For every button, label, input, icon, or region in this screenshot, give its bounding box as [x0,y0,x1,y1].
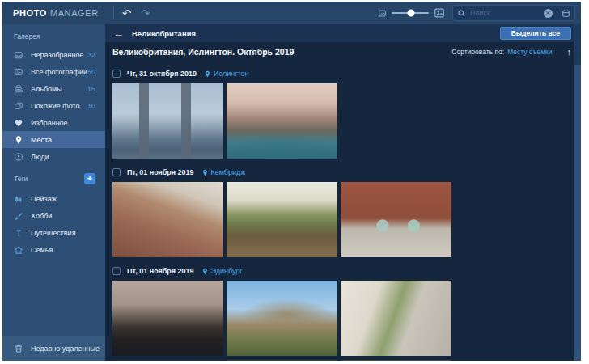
sidebar-item-favorites[interactable]: Избранное [2,114,105,131]
photo-thumbnail[interactable] [112,281,223,356]
sidebar-tag-family[interactable]: Семья [2,241,105,258]
sidebar-item-all-photos[interactable]: Все фотографии 50 [2,63,105,80]
photo-thumbnail[interactable] [341,182,451,257]
back-icon[interactable]: ← [113,28,124,39]
photo-thumbnail[interactable] [227,182,337,257]
sidebar-item-label: Похожие фото [31,102,87,110]
sidebar-item-label: Все фотографии [31,68,87,76]
item-count: 15 [87,85,95,93]
add-tag-button[interactable]: + [84,173,95,184]
group-date: Пт, 01 ноября 2019 [127,168,194,176]
group-date: Пт, 01 ноября 2019 [127,267,194,275]
sidebar-tag-landscape[interactable]: Пейзаж [2,190,105,207]
location-pin-icon [204,70,211,78]
group-header: Чт, 31 октября 2019 Ислингтон [112,68,581,79]
app-logo: PHOTO MANAGER [2,8,105,18]
group-header: Пт, 01 ноября 2019 Эдинбург [112,265,581,277]
group-checkbox[interactable] [112,168,121,176]
group-checkbox[interactable] [112,70,121,78]
location-pin-icon [14,135,23,145]
photo-row [112,281,581,356]
tags-section-header: Теги + [2,165,105,190]
sort-by-value[interactable]: Месту съемки [507,48,552,56]
clear-search-icon[interactable]: × [544,9,553,18]
photos-icon [14,67,23,77]
trash-icon [14,344,23,353]
page-heading: Великобритания, Ислингтон. Октябрь 2019 [112,47,294,57]
search-input[interactable] [470,9,544,17]
location-pin-icon [201,169,209,176]
topbar-divider [113,6,114,19]
photo-row [112,182,581,257]
scrollbar-track[interactable] [574,24,581,361]
recently-deleted-label: Недавно удаленные [31,345,100,353]
group-location[interactable]: Кембридж [211,168,246,176]
searchbox-divider [557,7,557,19]
slider-thumb[interactable] [407,10,414,17]
logo-bold: PHOTO [13,8,47,18]
sidebar-item-label: Путешествия [31,229,95,237]
photo-thumbnail[interactable] [112,360,223,361]
sort-direction-icon[interactable]: ↑ [567,47,572,57]
search-box: × [452,5,575,21]
photo-thumbnail[interactable] [112,83,223,159]
sidebar-item-label: Пейзаж [31,195,95,203]
large-thumbnail-icon [434,7,445,19]
photo-thumbnail[interactable] [341,360,451,361]
house-icon [14,245,23,255]
sidebar-item-label: Неразобранное [31,51,87,59]
gallery-section-label: Галерея [2,24,105,46]
photo-manager-window: PHOTO MANAGER ↶ ↷ [2,2,581,361]
sidebar-item-label: Семья [31,246,95,254]
thumbnail-size-slider[interactable] [392,12,429,14]
redo-icon[interactable]: ↷ [141,8,150,19]
group-header: Пт, 01 ноября 2019 Кембридж [112,167,581,178]
sidebar-item-label: Места [31,136,95,144]
albums-icon [14,84,23,94]
small-thumbnail-icon [378,9,387,18]
scrollbar-thumb[interactable] [574,65,581,361]
group-checkbox[interactable] [112,267,121,275]
person-icon [14,152,23,162]
undo-icon[interactable]: ↶ [122,8,131,19]
tags-section-label: Теги [14,175,28,183]
location-pin-icon [201,268,209,275]
landscape-trees-icon [14,194,23,204]
photo-thumbnail[interactable] [341,281,451,356]
thumbnail-size-control [378,7,445,19]
photo-thumbnail[interactable] [227,281,337,356]
group-location[interactable]: Ислингтон [214,70,249,78]
recently-deleted[interactable]: Недавно удаленные [2,336,105,361]
group-location[interactable]: Эдинбург [211,267,243,275]
sidebar-item-label: Хобби [31,212,95,220]
calendar-icon[interactable] [561,9,570,18]
sidebar-item-people[interactable]: Люди [2,148,105,165]
heading-row: Великобритания, Ислингтон. Октябрь 2019 … [105,42,581,61]
logo-light: MANAGER [50,8,99,18]
sidebar-item-label: Избранное [31,119,95,127]
photo-thumbnail[interactable] [112,182,223,257]
select-all-button[interactable]: Выделить все [500,27,571,40]
palm-tree-icon [14,228,23,238]
collection-title: Великобритания [132,29,196,38]
sidebar-item-unsorted[interactable]: Неразобранное 32 [2,46,105,63]
main-content: ← Великобритания Выделить все Великобрит… [105,24,581,361]
similar-photos-icon [14,101,23,111]
item-count: 10 [87,102,95,110]
sidebar-item-albums[interactable]: Альбомы 15 [2,80,105,97]
sort-by-label: Сортировать по: [451,48,504,56]
sidebar-tag-hobby[interactable]: Хобби [2,207,105,224]
sidebar-tag-travel[interactable]: Путешествия [2,224,105,241]
sidebar-item-places[interactable]: Места [2,131,105,148]
sidebar-item-label: Люди [31,153,95,161]
sidebar: Галерея Неразобранное 32 Все фотографии … [2,24,105,361]
top-bar: PHOTO MANAGER ↶ ↷ [2,2,581,24]
photo-row-partial [112,360,581,361]
photo-thumbnail[interactable] [227,360,337,361]
sidebar-item-similar[interactable]: Похожие фото 10 [2,97,105,114]
heart-icon [14,118,23,128]
item-count: 32 [87,51,95,59]
group-date: Чт, 31 октября 2019 [127,70,197,78]
content-toolbar: ← Великобритания Выделить все [105,24,581,42]
photo-thumbnail[interactable] [227,83,337,159]
